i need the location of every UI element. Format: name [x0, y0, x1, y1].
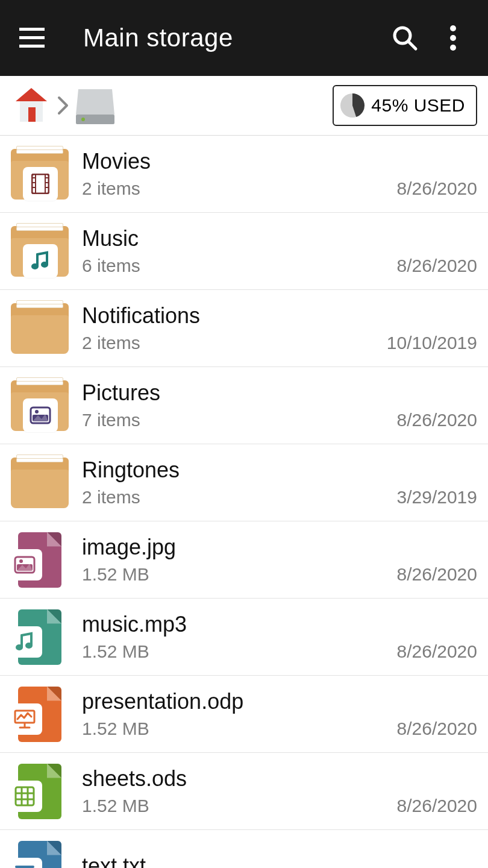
list-item-date: 8/26/2020: [397, 178, 477, 199]
svg-rect-1: [19, 36, 45, 39]
list-item-subtitle: 7 items: [82, 410, 140, 430]
list-item-name: Ringtones: [82, 458, 477, 482]
list-item-subtitle: 1.52 MB: [82, 796, 149, 816]
hamburger-icon: [19, 28, 45, 48]
svg-rect-36: [16, 787, 34, 805]
list-item-icon: [11, 145, 69, 203]
list-item-name: image.jpg: [82, 535, 477, 559]
list-item-name: music.mp3: [82, 612, 477, 637]
picture-icon: [7, 549, 42, 580]
svg-rect-15: [35, 174, 36, 193]
list-item[interactable]: sheets.ods1.52 MB8/26/2020: [0, 753, 488, 830]
search-icon: [392, 25, 418, 51]
text-icon: [7, 858, 42, 869]
svg-point-24: [41, 262, 48, 268]
svg-rect-14: [32, 174, 49, 193]
list-item-name: Movies: [82, 149, 477, 174]
list-item-icon: [11, 300, 69, 357]
list-item-icon: [11, 454, 69, 512]
list-item[interactable]: Notifications2 items10/10/2019: [0, 290, 488, 367]
home-icon: [11, 86, 51, 125]
list-item-subtitle: 2 items: [82, 178, 140, 199]
svg-marker-8: [16, 88, 47, 101]
page-title: Main storage: [83, 24, 375, 52]
folder-icon: [11, 458, 69, 508]
storage-usage-label: 45% USED: [371, 95, 465, 116]
folder-icon: [11, 226, 69, 277]
list-item[interactable]: Music6 items8/26/2020: [0, 213, 488, 290]
breadcrumb-home[interactable]: [11, 85, 52, 126]
drive-icon: [75, 84, 116, 127]
svg-point-23: [31, 263, 39, 269]
list-item-name: presentation.odp: [82, 689, 477, 714]
menu-button[interactable]: [17, 23, 47, 53]
list-item-subtitle: 2 items: [82, 487, 140, 508]
file-icon: [18, 841, 61, 869]
music-icon: [7, 626, 42, 658]
list-item-icon: [11, 840, 69, 869]
grid-icon: [7, 781, 42, 812]
breadcrumb-storage[interactable]: [75, 85, 116, 126]
list-item-date: 8/26/2020: [397, 410, 477, 430]
list-item[interactable]: presentation.odp1.52 MB8/26/2020: [0, 676, 488, 753]
list-item-name: text.txt: [82, 854, 477, 868]
list-item-icon: [11, 608, 69, 666]
svg-rect-10: [28, 107, 36, 122]
film-icon: [23, 167, 58, 201]
svg-point-30: [19, 559, 23, 563]
svg-rect-16: [45, 174, 46, 193]
svg-rect-2: [19, 45, 45, 48]
svg-rect-22: [46, 187, 49, 188]
list-item-date: 8/26/2020: [397, 564, 477, 585]
list-item[interactable]: Movies2 items8/26/2020: [0, 136, 488, 213]
folder-icon: [11, 303, 69, 354]
file-icon: [18, 532, 61, 588]
svg-point-12: [81, 118, 85, 121]
breadcrumb-bar: 45% USED: [0, 76, 488, 136]
list-item-date: 3/29/2019: [397, 487, 477, 508]
folder-icon: [11, 149, 69, 200]
svg-point-5: [450, 25, 456, 31]
file-icon: [18, 609, 61, 665]
svg-rect-17: [32, 177, 35, 178]
more-options-button[interactable]: [435, 20, 471, 56]
list-item-subtitle: 1.52 MB: [82, 719, 149, 739]
list-item-subtitle: 2 items: [82, 333, 140, 353]
list-item[interactable]: Ringtones2 items3/29/2019: [0, 444, 488, 521]
picture-icon: [23, 398, 58, 432]
list-item[interactable]: Pictures7 items8/26/2020: [0, 367, 488, 444]
list-item-icon: [11, 531, 69, 589]
list-item-date: 10/10/2019: [387, 333, 477, 353]
list-item-date: 8/26/2020: [397, 719, 477, 739]
list-item-name: Music: [82, 226, 477, 251]
app-bar: Main storage: [0, 0, 488, 76]
list-item[interactable]: music.mp31.52 MB8/26/2020: [0, 599, 488, 676]
svg-point-31: [16, 644, 23, 650]
music-icon: [23, 244, 58, 278]
svg-point-32: [25, 643, 33, 649]
list-item-subtitle: 1.52 MB: [82, 564, 149, 585]
list-item[interactable]: text.txt: [0, 830, 488, 868]
list-item-name: Pictures: [82, 380, 477, 405]
list-item-icon: [11, 685, 69, 743]
storage-usage-button[interactable]: 45% USED: [333, 85, 477, 126]
list-item[interactable]: image.jpg1.52 MB8/26/2020: [0, 521, 488, 599]
list-item-name: Notifications: [82, 303, 477, 328]
list-item-date: 8/26/2020: [397, 641, 477, 662]
list-item-icon: [11, 763, 69, 820]
chevron-right-icon: [54, 96, 72, 115]
list-item-subtitle: 6 items: [82, 256, 140, 276]
file-icon: [18, 764, 61, 819]
pie-chart-icon: [340, 93, 365, 118]
list-item-subtitle: 1.52 MB: [82, 641, 149, 662]
svg-rect-0: [19, 28, 45, 31]
svg-point-27: [35, 410, 39, 414]
list-item-name: sheets.ods: [82, 766, 477, 791]
list-item-date: 8/26/2020: [397, 256, 477, 276]
search-button[interactable]: [387, 20, 423, 56]
list-item-icon: [11, 377, 69, 435]
svg-rect-20: [46, 177, 49, 178]
file-list[interactable]: Movies2 items8/26/2020 Music6 items8/26/…: [0, 136, 488, 868]
svg-rect-19: [32, 187, 35, 188]
svg-point-7: [450, 45, 456, 51]
